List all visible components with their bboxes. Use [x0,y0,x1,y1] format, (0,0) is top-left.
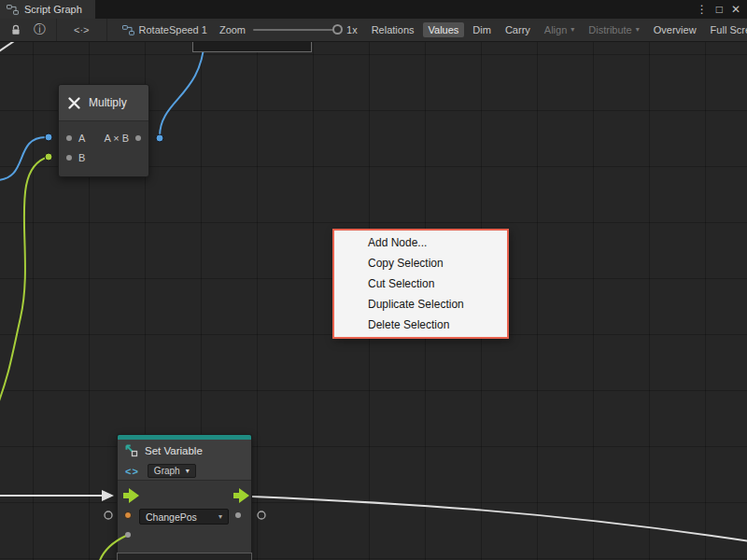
menu-item-copy-selection[interactable]: Copy Selection [334,253,507,273]
overview-button[interactable]: Overview [648,22,702,37]
menu-item-cut-selection[interactable]: Cut Selection [334,273,507,294]
menu-item-delete-selection[interactable]: Delete Selection [334,315,507,335]
unconnected-port-left[interactable] [105,511,112,519]
zoom-value: 1x [346,24,358,35]
graph-toolbar: ⓘ <·> RotateSpeed 1 Zoom 1x Relations Va… [0,19,747,42]
multiply-node-title: Multiply [89,96,127,109]
menu-item-duplicate-selection[interactable]: Duplicate Selection [334,294,507,315]
set-variable-node[interactable]: Set Variable <> Graph ▾ ChangePos ▾ [117,434,252,560]
code-preview-icon[interactable]: <·> [74,24,90,35]
maximize-icon[interactable]: □ [716,4,723,15]
info-icon[interactable]: ⓘ [34,21,46,38]
chevron-down-icon: ▾ [571,26,574,34]
title-bar: Script Graph ⋮ □ ✕ [0,0,747,19]
tab-label: Script Graph [24,4,82,15]
port-a-label: A [78,133,85,144]
context-menu: Add Node... Copy Selection Cut Selection… [332,229,509,339]
set-variable-title: Set Variable [145,445,203,456]
dim-button[interactable]: Dim [467,22,497,37]
zoom-slider-handle[interactable] [332,24,343,35]
port-b-label: B [78,152,85,163]
graph-reference[interactable]: RotateSpeed 1 [122,24,207,35]
chevron-down-icon: ▾ [218,513,222,521]
wire-white-flow-out [252,497,747,541]
align-dropdown[interactable]: Align▾ [539,22,580,37]
port-result-label: A × B [104,133,129,144]
graph-name: RotateSpeed 1 [139,24,207,35]
unconnected-port-right[interactable] [258,511,265,519]
wire-end-dot-green-b[interactable] [45,153,52,161]
multiply-node[interactable]: Multiply A A × B B [58,84,149,177]
port-a-dot[interactable] [66,135,72,141]
full-screen-button[interactable]: Full Screen [705,22,747,37]
wire-blue-input-a [0,137,46,180]
port-result-dot[interactable] [135,135,141,141]
set-variable-icon [125,444,138,457]
port-b-dot[interactable] [66,155,72,161]
chevron-down-icon: ▾ [186,468,190,475]
lock-icon[interactable] [10,24,21,36]
partial-node-bottom[interactable] [117,553,252,560]
zoom-slider[interactable] [253,29,339,31]
relations-button[interactable]: Relations [366,22,420,37]
titlebar-spacer [95,0,697,19]
window-menu-icon[interactable]: ⋮ [697,4,708,15]
graph-canvas[interactable]: Multiply A A × B B Set Variabl [0,42,747,560]
carry-button[interactable]: Carry [500,22,536,37]
variable-name-dropdown[interactable]: ChangePos ▾ [139,509,229,525]
wire-green-input-b [0,157,49,406]
distribute-dropdown[interactable]: Distribute▾ [583,22,644,37]
graph-asset-icon [122,25,134,35]
wire-end-dot-blue-out[interactable] [156,134,163,142]
chevron-down-icon: ▾ [636,26,640,34]
flow-arrowhead-in [102,490,114,501]
wire-blue-output [160,42,204,136]
zoom-label: Zoom [219,24,246,35]
wire-white-topleft [0,42,17,53]
wire-end-dot-blue-a[interactable] [45,133,52,141]
script-graph-icon [7,5,19,15]
partial-node-top[interactable] [192,42,312,52]
multiply-node-header[interactable]: Multiply [59,85,148,121]
tab-script-graph[interactable]: Script Graph [0,0,95,19]
values-button[interactable]: Values [423,22,465,37]
multiply-icon [67,96,81,110]
graph-scope-icon: <> [125,466,139,477]
menu-item-add-node[interactable]: Add Node... [334,232,507,253]
scope-dropdown[interactable]: Graph ▾ [148,464,196,478]
set-variable-header[interactable]: Set Variable [118,440,251,462]
close-icon[interactable]: ✕ [731,4,740,15]
